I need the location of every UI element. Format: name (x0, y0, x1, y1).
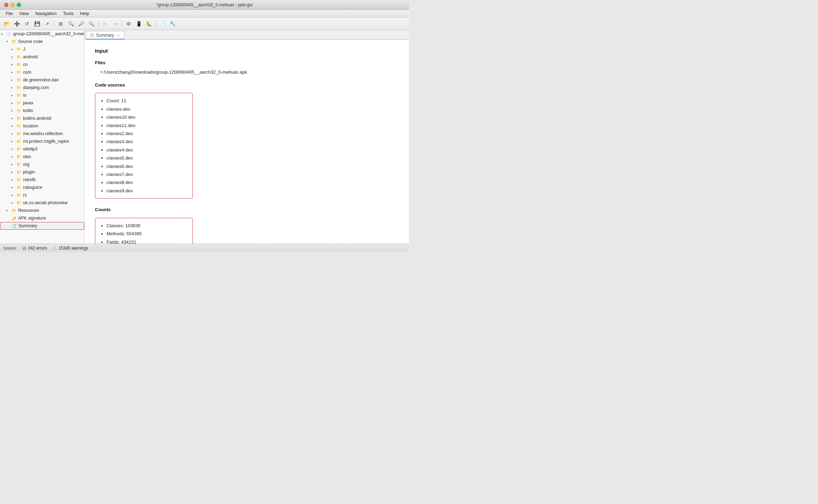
counts-box: Classes: 103839 Methods: 554395 Fields: … (95, 218, 193, 244)
tree-item-rx[interactable]: ▸ 📁 rx (0, 191, 84, 199)
code-src-6: classes4.dex (107, 146, 187, 154)
tab-bar: 📋 Summary × (85, 30, 409, 40)
menu-tools[interactable]: Tools (60, 10, 76, 17)
warning-status: ⚠ 15345 warnings (53, 245, 88, 251)
folder-plugin-icon: 📁 (16, 169, 22, 175)
minimize-button[interactable] (10, 3, 15, 7)
folder-roboguice-icon: 📁 (16, 185, 22, 190)
arrow-kotlinx: ▸ (11, 117, 16, 120)
tree-item-kotlin[interactable]: ▸ 📁 kotlin (0, 107, 84, 114)
tree-apk-signature[interactable]: ▸ 🔑 APK signature (0, 214, 84, 222)
search-icon[interactable]: 🔍 (66, 19, 75, 28)
settings-icon[interactable]: ⚙ (124, 19, 133, 28)
folder-dianping-icon: 📁 (16, 85, 22, 90)
tree-item-org[interactable]: ▸ 📁 org (0, 161, 84, 168)
open-file-icon[interactable]: 📂 (2, 19, 11, 28)
folder-okhttp3-icon: 📁 (16, 146, 22, 152)
folder-j-icon: 📁 (16, 46, 22, 52)
arrow-location: ▸ (11, 124, 16, 128)
tree-item-me-weishu[interactable]: ▸ 📁 me.weishu.reflection (0, 130, 84, 138)
label-uk: uk.co.senab.photoview (23, 200, 67, 205)
tree-item-io[interactable]: ▸ 📁 io (0, 91, 84, 99)
code-src-5: classes3.dex (107, 138, 187, 146)
export-icon[interactable]: ↗ (43, 19, 52, 28)
arrow-dianping: ▸ (11, 86, 16, 89)
code-sources-box: Count: 11 classes.dex classes10.dex clas… (95, 93, 193, 199)
tree-item-dianping[interactable]: ▸ 📁 dianping.com (0, 84, 84, 91)
folder-kotlinx-icon: 📁 (16, 116, 22, 121)
tree-item-retrofit[interactable]: ▸ 📁 retrofit (0, 176, 84, 184)
arrow-okhttp3: ▸ (11, 147, 16, 151)
toolbar-separator-1 (54, 20, 54, 27)
tab-summary[interactable]: 📋 Summary × (86, 31, 125, 39)
arrow-android: ▸ (11, 55, 16, 59)
summary-label: Summary (19, 223, 37, 228)
back-icon[interactable]: ← (100, 19, 109, 28)
arrow-retrofit: ▸ (11, 178, 16, 181)
code-src-2: classes10.dex (107, 113, 187, 121)
log-icon[interactable]: 📄 (158, 19, 167, 28)
sidebar[interactable]: ▸ ⬡ group-1200060405__aarch32_0-meituan.… (0, 30, 85, 244)
menu-file[interactable]: File (3, 10, 16, 17)
label-de: de.greenrobot.dao (23, 77, 59, 82)
tree-item-roboguice[interactable]: ▸ 📁 roboguice (0, 184, 84, 191)
add-file-icon[interactable]: ➕ (12, 19, 21, 28)
tree-item-mt[interactable]: ▸ 📁 mt.protect.mtglib_raptor (0, 138, 84, 145)
save-icon[interactable]: 💾 (32, 19, 42, 28)
label-rx: rx (23, 193, 27, 198)
close-button[interactable] (4, 3, 8, 7)
code-src-7: classes5.dex (107, 154, 187, 162)
label-kotlin: kotlin (23, 108, 33, 113)
device-icon[interactable]: 📱 (134, 19, 143, 28)
tab-close-button[interactable]: × (116, 33, 121, 38)
tree-root-apk[interactable]: ▸ ⬡ group-1200060405__aarch32_0-meituan.… (0, 30, 84, 38)
tree-item-plugin[interactable]: ▸ 📁 plugin (0, 168, 84, 176)
tree-item-cn[interactable]: ▸ 📁 cn (0, 61, 84, 68)
error-status: ⊘ 242 errors (22, 245, 47, 251)
tree-item-de-greenrobot[interactable]: ▸ 📁 de.greenrobot.dao (0, 76, 84, 84)
arrow-rx: ▸ (11, 193, 16, 197)
decompile-all-icon[interactable]: ⊞ (56, 19, 65, 28)
resources-label: Resources (18, 208, 39, 213)
tree-item-okhttp3[interactable]: ▸ 📁 okhttp3 (0, 145, 84, 153)
code-src-3: classes11.dex (107, 121, 187, 129)
code-src-0: Count: 11 (107, 97, 187, 105)
summary-tree-icon: 📋 (12, 223, 17, 229)
window-controls[interactable] (4, 3, 21, 7)
label-android: android (23, 54, 38, 59)
tree-item-uk[interactable]: ▸ 📁 uk.co.senab.photoview (0, 199, 84, 207)
tree-resources[interactable]: ▸ 📁 Resources (0, 207, 84, 214)
folder-com-icon: 📁 (16, 69, 22, 75)
code-sources-list: Count: 11 classes.dex classes10.dex clas… (101, 97, 187, 195)
arrow-mt: ▸ (11, 140, 16, 143)
menu-navigation[interactable]: Navigation (32, 10, 59, 17)
menu-view[interactable]: View (16, 10, 32, 17)
main-layout: ▸ ⬡ group-1200060405__aarch32_0-meituan.… (0, 30, 409, 244)
tree-summary[interactable]: ▸ 📋 Summary (0, 222, 84, 230)
tree-item-javax[interactable]: ▸ 📁 javax (0, 99, 84, 107)
tree-arrow-root: ▸ (1, 32, 6, 36)
folder-io-icon: 📁 (16, 92, 22, 98)
tools-icon[interactable]: 🔧 (168, 19, 177, 28)
tree-item-location[interactable]: ▸ 📁 location (0, 122, 84, 130)
zoom-out-icon[interactable]: 🔍 (87, 19, 96, 28)
files-title: Files (95, 59, 399, 67)
forward-icon[interactable]: → (110, 19, 119, 28)
label-io: io (23, 93, 27, 98)
debug-icon[interactable]: 🐛 (144, 19, 153, 28)
tree-item-okio[interactable]: ▸ 📁 okio (0, 153, 84, 161)
toolbar-separator-3 (122, 20, 122, 27)
zoom-in-icon[interactable]: 🔎 (76, 19, 86, 28)
error-count: 242 errors (28, 246, 47, 251)
menu-help[interactable]: Help (77, 10, 92, 17)
arrow-uk: ▸ (11, 201, 16, 205)
tree-source-code[interactable]: ▾ 📁 Source code (0, 38, 84, 45)
refresh-icon[interactable]: ↺ (22, 19, 31, 28)
maximize-button[interactable] (17, 3, 21, 7)
tree-item-kotlinx[interactable]: ▸ 📁 kotlinx.android (0, 114, 84, 122)
tree-item-j[interactable]: ▸ 📁 J (0, 45, 84, 53)
label-retrofit: retrofit (23, 177, 35, 182)
warning-count: 15345 warnings (59, 246, 88, 251)
tree-item-android[interactable]: ▸ 📁 android (0, 53, 84, 61)
tree-item-com[interactable]: ▸ 📁 com (0, 68, 84, 76)
